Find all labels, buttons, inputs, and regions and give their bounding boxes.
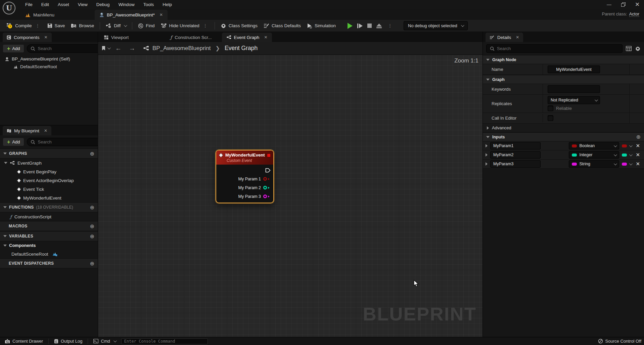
property-matrix-icon[interactable] [626,46,632,51]
nav-back-button[interactable]: ← [113,45,124,52]
menu-help[interactable]: Help [158,0,176,9]
console-command-input[interactable] [121,338,208,344]
string-output-pin[interactable] [263,195,267,198]
add-event-dispatcher-icon[interactable]: ⊕ [90,260,94,267]
cmd-dropdown[interactable]: Cmd [91,339,118,344]
stop-button[interactable] [367,24,372,28]
restore-button[interactable] [620,1,627,8]
event-dispatchers-section-header[interactable]: EVENT DISPATCHERS ⊕ [0,258,98,268]
container-type-dropdown[interactable] [622,144,632,147]
param-type-dropdown[interactable]: Integer [569,151,619,159]
event-graph-canvas[interactable]: Zoom 1:1 MyWonderfulEvent Custom Event [98,55,482,337]
my-blueprint-search[interactable] [27,138,100,146]
eject-button[interactable] [376,24,382,28]
functions-section-header[interactable]: FUNCTIONS (18 OVERRIDABLE) ⊕ [0,202,98,212]
my-blueprint-tab-close-icon[interactable]: ✕ [44,128,47,133]
tab-viewport[interactable]: Viewport [99,33,133,42]
expand-arrow-icon[interactable] [486,144,488,147]
content-drawer-button[interactable]: Content Drawer [3,339,45,344]
breadcrumb-event-graph[interactable]: Event Graph [225,45,258,52]
my-blueprint-add-button[interactable]: + Add [3,138,24,146]
my-blueprint-panel-tab[interactable]: My Blueprint ✕ [3,126,51,135]
details-search[interactable] [486,44,623,53]
minimize-button[interactable]: — [606,1,612,8]
add-variable-icon[interactable]: ⊕ [90,233,94,240]
menu-window[interactable]: Window [114,0,139,9]
hide-unrelated-button[interactable]: Hide Unrelated ⋮ [158,21,212,30]
tab-construction-script[interactable]: ƒ Construction Scr... [166,33,216,42]
container-type-dropdown[interactable] [622,154,632,157]
menu-tools[interactable]: Tools [139,0,158,9]
components-tab-close-icon[interactable]: ✕ [44,35,48,40]
nav-forward-button[interactable]: → [127,45,137,52]
delete-param-button[interactable]: ✕ [634,161,641,167]
name-value-input[interactable] [548,66,600,73]
class-defaults-button[interactable]: Class Defaults [261,21,304,30]
simulation-button[interactable]: Simulation [304,21,339,31]
play-options-kebab-icon[interactable]: ⋮ [386,23,394,28]
delete-param-button[interactable]: ✕ [634,143,641,149]
add-input-icon[interactable]: ⊕ [636,134,641,140]
construction-script-item[interactable]: ƒ ConstructionScript [0,212,98,221]
call-in-editor-checkbox[interactable] [548,115,553,121]
custom-event-node[interactable]: MyWonderfulEvent Custom Event My Param 1 [216,150,274,203]
variable-default-scene-root[interactable]: DefaultSceneRoot C [0,250,98,258]
graph-item-event-tick[interactable]: Event Tick [0,185,98,193]
exec-output-pin[interactable] [265,168,271,173]
graph-item-my-wonderful-event[interactable]: MyWonderfulEvent [0,193,98,202]
components-tree-root[interactable]: BP_AwesomeBlueprint (Self) [0,55,98,63]
node-header[interactable]: MyWonderfulEvent Custom Event [216,150,273,165]
menu-file[interactable]: File [21,0,37,9]
add-graph-icon[interactable]: ⊕ [90,150,94,157]
boolean-output-pin[interactable] [263,177,267,181]
variables-components-group[interactable]: Components [0,241,98,250]
section-inputs[interactable]: Inputs ⊕ [483,132,644,141]
param-name-input[interactable] [490,160,541,168]
diff-button[interactable]: Diff [103,21,129,30]
close-window-button[interactable]: ✕ [634,1,641,8]
menu-debug[interactable]: Debug [92,0,114,9]
param-name-input[interactable] [490,142,541,149]
tab-blueprint-active[interactable]: BP_AwesomeBlueprint* ✕ [95,10,168,20]
details-tab-close-icon[interactable]: ✕ [516,35,519,40]
event-graph-item[interactable]: EventGraph [0,159,98,167]
details-panel-tab[interactable]: Details ✕ [486,33,523,42]
tab-close-icon[interactable]: ✕ [264,35,267,40]
source-control-button[interactable]: Source Control Off [598,339,641,344]
components-add-button[interactable]: + Add [3,44,24,53]
expand-arrow-icon[interactable] [486,153,488,157]
tab-event-graph[interactable]: Event Graph ✕ [222,33,272,42]
details-settings-gear-icon[interactable] [635,46,641,51]
add-function-icon[interactable]: ⊕ [90,204,94,211]
tab-close-icon[interactable]: ✕ [159,12,163,17]
macros-section-header[interactable]: MACROS ⊕ [0,221,98,231]
graphs-section-header[interactable]: GRAPHS ⊕ [0,148,98,159]
debug-object-dropdown[interactable]: No debug object selected [404,21,468,30]
menu-view[interactable]: View [74,0,92,9]
hide-unrelated-kebab-icon[interactable]: ⋮ [202,23,209,28]
browse-button[interactable]: Browse [68,21,97,30]
delete-param-button[interactable]: ✕ [634,152,641,158]
parent-class-link[interactable]: Actor [629,11,639,17]
param-type-dropdown[interactable]: Boolean [569,142,619,149]
components-tree-scene-root[interactable]: DefaultSceneRoot [0,63,98,71]
param-type-dropdown[interactable]: String [569,160,619,168]
step-button[interactable] [357,24,363,28]
graph-item-begin-play[interactable]: Event BeginPlay [0,167,98,176]
components-panel-tab[interactable]: Components ✕ [3,33,52,42]
graph-item-actor-begin-overlap[interactable]: Event ActorBeginOverlap [0,176,98,185]
section-graph[interactable]: Graph [483,75,644,84]
my-blueprint-search-input[interactable] [38,139,97,144]
save-button[interactable]: Save [44,21,68,30]
section-graph-node[interactable]: Graph Node [483,55,644,64]
play-button[interactable] [348,23,353,29]
container-type-dropdown[interactable] [622,163,632,166]
class-settings-button[interactable]: Class Settings [218,21,261,31]
compile-options-kebab-icon[interactable]: ⋮ [34,23,41,28]
compile-button[interactable]: ? Compile ⋮ [3,21,44,31]
param-name-input[interactable] [490,151,541,159]
tab-main-menu[interactable]: MainMenu [21,10,59,20]
breadcrumb-blueprint[interactable]: BP_AwesomeBlueprint [152,45,211,52]
reliable-checkbox[interactable] [548,105,553,111]
variables-section-header[interactable]: VARIABLES ⊕ [0,231,98,241]
